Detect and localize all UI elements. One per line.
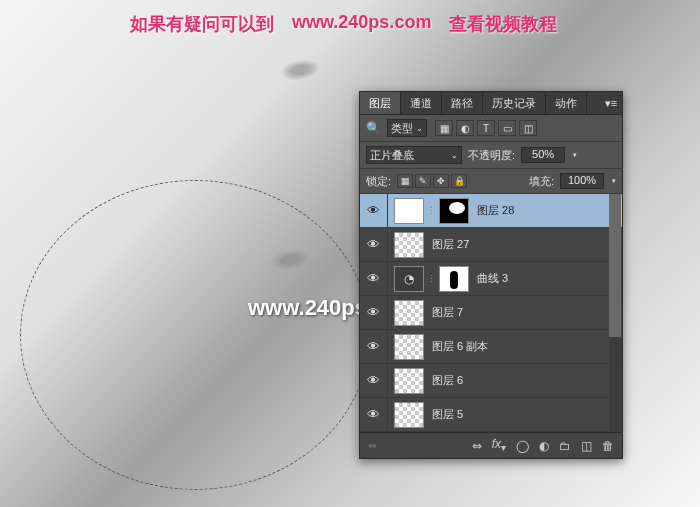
link-layers-icon[interactable]: ⇔ xyxy=(472,439,482,453)
filter-shape-icon[interactable]: ▭ xyxy=(498,120,516,136)
visibility-eye-icon[interactable]: 👁 xyxy=(360,296,388,329)
add-mask-icon[interactable]: ◯ xyxy=(516,439,529,453)
filter-adjust-icon[interactable]: ◐ xyxy=(456,120,474,136)
tab-channels[interactable]: 通道 xyxy=(401,92,442,114)
lock-label: 锁定: xyxy=(366,174,391,189)
layers-panel: 图层 通道 路径 历史记录 动作 ▾≡ 🔍 类型 ⌄ ▦ ◐ T ▭ ◫ 正片叠… xyxy=(359,91,623,459)
visibility-eye-icon[interactable]: 👁 xyxy=(360,228,388,261)
visibility-eye-icon[interactable]: 👁 xyxy=(360,364,388,397)
lock-icons: ▦ ✎ ✥ 🔒 xyxy=(397,174,467,188)
layer-thumbnail[interactable] xyxy=(394,300,424,326)
blend-mode-label: 正片叠底 xyxy=(370,148,414,163)
panel-menu-icon[interactable]: ▾≡ xyxy=(600,92,622,114)
lock-brush-icon[interactable]: ✎ xyxy=(415,174,431,188)
layer-name[interactable]: 图层 5 xyxy=(432,407,616,422)
new-adjustment-icon[interactable]: ◐ xyxy=(539,439,549,453)
panel-tab-bar: 图层 通道 路径 历史记录 动作 ▾≡ xyxy=(360,92,622,115)
adjustment-layer-icon[interactable]: ◔ xyxy=(394,266,424,292)
footer-spacer: ⇔ xyxy=(368,440,376,451)
layer-name[interactable]: 图层 6 xyxy=(432,373,616,388)
panel-footer: ⇔ ⇔ fx▾ ◯ ◐ 🗀 ◫ 🗑 xyxy=(360,432,622,458)
layer-thumbnail[interactable] xyxy=(394,334,424,360)
tab-paths[interactable]: 路径 xyxy=(442,92,483,114)
layer-fx-icon[interactable]: fx▾ xyxy=(492,437,506,453)
new-layer-icon[interactable]: ◫ xyxy=(581,439,592,453)
blend-opacity-row: 正片叠底 ⌄ 不透明度: 50% ▾ xyxy=(360,142,622,169)
filter-type-icon[interactable]: T xyxy=(477,120,495,136)
filter-icons: ▦ ◐ T ▭ ◫ xyxy=(435,120,537,136)
lock-fill-row: 锁定: ▦ ✎ ✥ 🔒 填充: 100% ▾ xyxy=(360,169,622,194)
watermark-url: www.240ps.com xyxy=(292,12,431,36)
chevron-down-icon: ⌄ xyxy=(451,151,458,160)
visibility-eye-icon[interactable]: 👁 xyxy=(360,262,388,295)
tab-layers[interactable]: 图层 xyxy=(360,92,401,114)
lock-position-icon[interactable]: ✥ xyxy=(433,174,449,188)
layer-row[interactable]: 👁 ◔ ⋮ 曲线 3 xyxy=(360,262,622,296)
lock-all-icon[interactable]: 🔒 xyxy=(451,174,467,188)
layer-thumbnail[interactable] xyxy=(394,198,424,224)
layers-list: 👁 ⋮ 图层 28 👁 图层 27 👁 ◔ ⋮ 曲线 3 👁 图层 7 xyxy=(360,194,622,432)
visibility-eye-icon[interactable]: 👁 xyxy=(360,398,388,431)
layer-mask-thumbnail[interactable] xyxy=(439,266,469,292)
search-icon: 🔍 xyxy=(366,121,381,135)
selection-marquee xyxy=(20,180,370,490)
layer-row[interactable]: 👁 图层 27 xyxy=(360,228,622,262)
visibility-eye-icon[interactable]: 👁 xyxy=(360,330,388,363)
layer-name[interactable]: 图层 28 xyxy=(477,203,616,218)
scrollbar[interactable] xyxy=(609,194,621,432)
layer-row[interactable]: 👁 图层 7 xyxy=(360,296,622,330)
mask-link-icon[interactable]: ⋮ xyxy=(426,266,436,292)
filter-kind-dropdown[interactable]: 类型 ⌄ xyxy=(387,119,427,137)
layer-name[interactable]: 图层 6 副本 xyxy=(432,339,616,354)
layer-thumbnail[interactable] xyxy=(394,402,424,428)
watermark-hint: 如果有疑问可以到 xyxy=(130,12,274,36)
filter-pixel-icon[interactable]: ▦ xyxy=(435,120,453,136)
delete-layer-icon[interactable]: 🗑 xyxy=(602,439,614,453)
layer-row[interactable]: 👁 图层 6 副本 xyxy=(360,330,622,364)
watermark-top: 如果有疑问可以到 www.240ps.com 查看视频教程 xyxy=(130,12,557,36)
layer-name[interactable]: 图层 27 xyxy=(432,237,616,252)
layer-thumbnail[interactable] xyxy=(394,232,424,258)
watermark-tutorial: 查看视频教程 xyxy=(449,12,557,36)
opacity-input[interactable]: 50% xyxy=(521,147,565,163)
filter-kind-label: 类型 xyxy=(391,121,413,136)
layer-thumbnail[interactable] xyxy=(394,368,424,394)
chevron-down-icon[interactable]: ▾ xyxy=(612,177,616,185)
fill-input[interactable]: 100% xyxy=(560,173,604,189)
layer-row[interactable]: 👁 ⋮ 图层 28 xyxy=(360,194,622,228)
layer-row[interactable]: 👁 图层 5 xyxy=(360,398,622,432)
new-group-icon[interactable]: 🗀 xyxy=(559,439,571,453)
lock-pixels-icon[interactable]: ▦ xyxy=(397,174,413,188)
opacity-label: 不透明度: xyxy=(468,148,515,163)
layer-name[interactable]: 图层 7 xyxy=(432,305,616,320)
scrollbar-thumb[interactable] xyxy=(609,194,621,337)
layer-filter-row: 🔍 类型 ⌄ ▦ ◐ T ▭ ◫ xyxy=(360,115,622,142)
layer-mask-thumbnail[interactable] xyxy=(439,198,469,224)
mask-link-icon[interactable]: ⋮ xyxy=(426,198,436,224)
fill-label: 填充: xyxy=(529,174,554,189)
tab-history[interactable]: 历史记录 xyxy=(483,92,546,114)
blend-mode-dropdown[interactable]: 正片叠底 ⌄ xyxy=(366,146,462,164)
tab-actions[interactable]: 动作 xyxy=(546,92,587,114)
visibility-eye-icon[interactable]: 👁 xyxy=(360,194,388,227)
chevron-down-icon[interactable]: ▾ xyxy=(573,151,577,159)
layer-row[interactable]: 👁 图层 6 xyxy=(360,364,622,398)
filter-smart-icon[interactable]: ◫ xyxy=(519,120,537,136)
chevron-down-icon: ⌄ xyxy=(416,124,423,133)
layer-name[interactable]: 曲线 3 xyxy=(477,271,616,286)
